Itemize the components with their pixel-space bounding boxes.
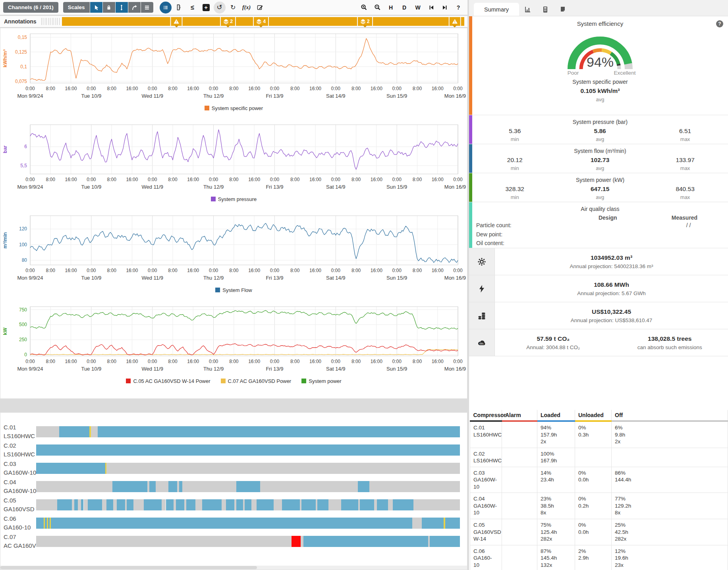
annotation-marker-layers[interactable]: 4: [253, 17, 269, 26]
section-color-strip: [469, 16, 472, 115]
undo-icon: ↺: [216, 3, 222, 12]
legend-item: System pressure: [211, 196, 257, 202]
hour-view-button[interactable]: H: [385, 2, 397, 14]
chart-power-plot[interactable]: 0250500750kW0:008:0016:000:008:0016:000:…: [0, 303, 467, 377]
gantt-row-C.04: C.04GA160W-10: [0, 478, 467, 496]
air-particle-label: Particle count:: [472, 221, 574, 230]
column-header-alarm[interactable]: Alarm: [502, 410, 537, 421]
chart-pressure-plot[interactable]: 5,56bar0:008:0016:000:008:0016:000:008:0…: [0, 121, 467, 195]
column-header-loaded[interactable]: Loaded: [537, 410, 575, 421]
gantt-segment-on: [236, 499, 243, 510]
column-header-compressor[interactable]: Compressor: [470, 410, 502, 421]
stat-min-value: 5.36: [472, 128, 557, 135]
gantt-bar-C.01[interactable]: [36, 426, 460, 437]
gantt-segment-off: [78, 499, 81, 510]
layers-icon: [360, 19, 366, 24]
channels-button[interactable]: Channels (6 / 201): [3, 2, 58, 13]
legend-label: C.07 AC GA160VSD Power: [228, 378, 292, 384]
add-annotation-button[interactable]: +: [200, 2, 212, 14]
hamburger-icon: [144, 4, 150, 11]
annotation-marker-layers[interactable]: 2: [357, 17, 373, 26]
annotation-bar[interactable]: 242: [62, 17, 464, 26]
efficiency-gauge: 94%PoorExcellent: [472, 28, 728, 76]
gantt-bar-C.05[interactable]: [36, 499, 460, 510]
week-view-button[interactable]: W: [412, 2, 424, 14]
autoscale-button[interactable]: [128, 2, 141, 13]
table-row-4[interactable]: C.04 GA160W-1023% 38.5h 8x0% 0.2h77% 129…: [470, 493, 728, 519]
gantt-bar-C.07[interactable]: [36, 536, 460, 547]
threshold-button[interactable]: ≤: [187, 2, 199, 14]
gantt-compressor-id: C.06: [4, 514, 36, 523]
edit-report-button[interactable]: [254, 2, 266, 14]
annotation-marker-warning[interactable]: [449, 17, 461, 26]
day-label: Wed 11/9: [141, 93, 163, 99]
gantt-segment-off: [36, 499, 57, 510]
gantt-bar-C.03[interactable]: [36, 463, 460, 474]
gantt-bar-C.06[interactable]: [36, 518, 460, 529]
scrollbar-thumb[interactable]: [0, 566, 257, 569]
measure-button[interactable]: [173, 2, 185, 14]
horizontal-scrollbar[interactable]: [0, 566, 467, 570]
skip-end-button[interactable]: [439, 2, 451, 14]
annotations-row: Annotations 242: [0, 16, 467, 27]
gantt-segment-on: [36, 518, 44, 529]
stat-avg-value: 5.86: [557, 128, 642, 135]
x-tick-label: 16:00: [371, 177, 382, 182]
help-button[interactable]: ?: [452, 2, 464, 14]
tab-calculator[interactable]: [537, 3, 554, 16]
cursor-tool-button[interactable]: [90, 2, 102, 13]
table-row-3[interactable]: C.03 GA160W-1014% 23.4h0% 0.0h86% 144.4h: [470, 467, 728, 493]
gantt-compressor-model: GA160VSD W-: [4, 505, 36, 514]
day-view-button[interactable]: D: [398, 2, 410, 14]
formula-button[interactable]: f(x): [241, 2, 253, 14]
annotation-marker-layers[interactable]: 2: [220, 17, 236, 26]
tab-notes[interactable]: [554, 3, 572, 16]
x-tick-label: 0:00: [25, 177, 35, 182]
x-tick-label: 8:00: [229, 268, 239, 273]
total-trees-value: 138,028.5 trees: [648, 335, 691, 342]
gantt-bar-C.02[interactable]: [36, 444, 460, 456]
stat-values: 20.12min102.73avg133.97max: [472, 157, 728, 171]
gantt-row-C.06: C.06GA160-10: [0, 514, 467, 533]
vertical-scale-button[interactable]: [116, 2, 128, 13]
lock-scale-button[interactable]: [103, 2, 115, 13]
coins-icon: [477, 311, 486, 320]
stacked-layout-button[interactable]: [141, 2, 153, 13]
x-tick-label: 0:00: [392, 86, 402, 91]
column-header-unloaded[interactable]: Unloaded: [575, 410, 612, 421]
gantt-row-C.05: C.05GA160VSD W-: [0, 496, 467, 514]
x-tick-label: 16:00: [432, 177, 444, 182]
table-row-2[interactable]: C.02 LS160HWC100% 167.9h: [470, 448, 728, 467]
column-header-off[interactable]: Off: [612, 410, 728, 421]
x-tick-label: 0:00: [148, 268, 157, 273]
chart-specific-power-plot[interactable]: 0,0750,10,1250,15kWh/m³0:008:0016:000:00…: [0, 30, 467, 104]
gantt-segment-off: [36, 536, 292, 547]
refresh-button[interactable]: ↻: [227, 2, 239, 14]
zoom-in-icon: [361, 4, 367, 11]
skip-start-button[interactable]: [425, 2, 437, 14]
scales-button[interactable]: Scales: [63, 2, 90, 13]
channel-list-button[interactable]: [160, 2, 172, 14]
x-tick-label: 8:00: [46, 86, 56, 91]
y-tick-label: 6: [24, 144, 27, 149]
x-tick-label: 8:00: [413, 268, 422, 273]
zoom-in-button[interactable]: [358, 2, 370, 14]
annotation-marker-warning[interactable]: [170, 17, 183, 26]
gantt-segment-off: [222, 499, 226, 510]
x-tick-label: 16:00: [126, 177, 138, 182]
tab-statistics[interactable]: [519, 3, 537, 16]
gauge-arc: [593, 50, 602, 51]
help-icon[interactable]: ?: [716, 20, 723, 27]
table-row-1[interactable]: C.01 LS160HWC94% 157.9h 2x0% 0.3h6% 9.8h…: [470, 421, 728, 448]
air-quality-section: Air quality class Design Measured Partic…: [469, 202, 728, 248]
cell-unloaded: [575, 448, 612, 467]
table-row-5[interactable]: C.05 GA160VSD W-1475% 125.4h 282x0% 0.0h…: [470, 519, 728, 545]
chart-flow-plot[interactable]: 80100120m³/min0:008:0016:000:008:0016:00…: [0, 212, 467, 286]
day-label: Fri 13/9: [266, 275, 283, 281]
gantt-bar-C.04[interactable]: [36, 481, 460, 492]
cell-loaded: 87% 145.4h 132x: [537, 545, 575, 570]
tab-summary[interactable]: Summary: [474, 3, 519, 16]
table-row-6[interactable]: C.06 GA160- 1087% 145.4h 132x2% 2.9h12% …: [470, 545, 728, 570]
zoom-out-button[interactable]: [371, 2, 383, 14]
undo-button[interactable]: ↺: [214, 2, 226, 14]
